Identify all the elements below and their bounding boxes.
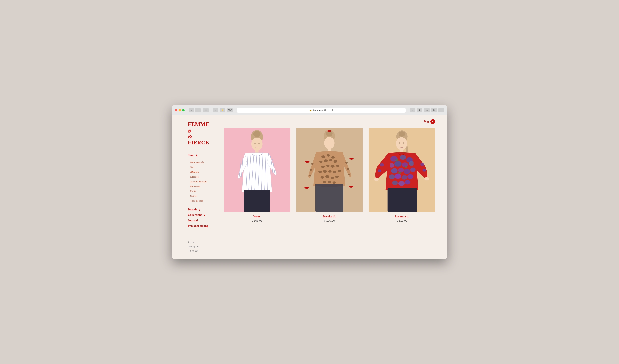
product-price-rosanna: € 119,00	[369, 219, 435, 222]
browser-window: ‹ › ▤ ↻ ⚡ ABP 🔒 femmeandfierce.nl ↻ ⬇ ⎋ …	[172, 105, 447, 259]
svg-point-46	[335, 176, 339, 178]
logo-line1: FEMME	[188, 121, 209, 127]
svg-point-60	[396, 137, 407, 150]
svg-point-2	[253, 131, 261, 137]
nav-blouses[interactable]: Blouses	[190, 170, 214, 174]
logo-lips-icon: 💋	[188, 130, 191, 133]
nav-brands[interactable]: Brands ∨	[188, 207, 214, 212]
svg-point-77	[392, 181, 398, 185]
logo-line2: & FIERCE	[188, 133, 209, 145]
share-icon[interactable]: ⎋	[424, 108, 430, 112]
nav-dresses[interactable]: Dresses	[190, 174, 214, 179]
nav-sale[interactable]: Sale	[190, 165, 214, 170]
product-info-rosanna: Rosanna b. € 119,00	[369, 212, 435, 222]
product-name-rosanna: Rosanna b.	[369, 215, 435, 218]
sidebar-toggle[interactable]: ▤	[203, 108, 209, 112]
page-content: FEMME 💋 & FIERCE Shop ∧ New arrivals Sal…	[172, 115, 447, 259]
product-card-rosanna[interactable]: Rosanna b. € 119,00	[369, 128, 435, 222]
svg-point-3	[252, 138, 263, 150]
svg-point-91	[403, 142, 404, 144]
personal-styling-label: Personal styling	[188, 224, 208, 228]
nav-tops-tees[interactable]: Tops & tees	[190, 198, 214, 203]
svg-point-28	[327, 154, 330, 157]
footer-instagram[interactable]: Instagram	[188, 244, 214, 249]
svg-point-30	[320, 161, 323, 163]
product-card-wray[interactable]: Wray € 109,95	[224, 128, 290, 222]
bag-button[interactable]: Bag 0	[424, 119, 435, 124]
svg-point-83	[380, 163, 384, 167]
nav-section: Shop ∧ New arrivals Sale Blouses Dresses…	[188, 154, 214, 236]
chevron-up-icon: ∧	[196, 154, 198, 157]
svg-point-73	[389, 174, 395, 179]
nav-skirts[interactable]: Skirts	[190, 194, 214, 198]
refresh-icon[interactable]: ↻	[212, 108, 218, 112]
sidebar: FEMME 💋 & FIERCE Shop ∧ New arrivals Sal…	[172, 115, 220, 259]
traffic-lights	[175, 109, 185, 112]
svg-point-25	[324, 137, 335, 149]
close-button[interactable]	[175, 109, 178, 112]
svg-point-35	[326, 165, 330, 167]
product-image-rosanna	[369, 128, 435, 212]
svg-point-82	[398, 172, 401, 174]
svg-point-59	[399, 131, 405, 137]
chevron-down-icon-2: ∨	[203, 213, 205, 217]
address-bar[interactable]: 🔒 femmeandfierce.nl	[237, 108, 406, 113]
svg-point-27	[322, 155, 325, 158]
back-button[interactable]: ‹	[189, 108, 194, 112]
product-card-brooke[interactable]: Brooke bl. € 100,00	[296, 128, 363, 222]
nav-jackets-coats[interactable]: Jackets & coats	[190, 179, 214, 184]
product-price-brooke: € 100,00	[296, 219, 363, 222]
svg-point-50	[311, 163, 314, 165]
svg-point-68	[408, 161, 414, 166]
svg-point-43	[321, 176, 324, 179]
nav-pants[interactable]: Pants	[190, 189, 214, 194]
nav-collections[interactable]: Collections ∨	[188, 212, 214, 218]
reload-button[interactable]: ↻	[410, 108, 415, 112]
svg-point-55	[348, 174, 350, 175]
svg-point-51	[310, 169, 312, 171]
nav-new-arrivals[interactable]: New arrivals	[190, 160, 214, 165]
tabs-icon[interactable]: ⧉	[431, 108, 437, 112]
footer-about[interactable]: About	[188, 240, 214, 244]
svg-point-44	[325, 175, 329, 178]
svg-rect-56	[315, 184, 343, 212]
forward-button[interactable]: ›	[195, 108, 201, 112]
svg-point-33	[334, 160, 337, 163]
svg-point-53	[345, 162, 348, 164]
adblock-icon[interactable]: ABP	[227, 108, 233, 112]
svg-point-21	[258, 142, 260, 144]
footer-pinterest[interactable]: Pinterest	[188, 249, 214, 253]
svg-rect-18	[247, 206, 254, 212]
new-tab-icon[interactable]: +	[438, 108, 444, 112]
nav-knitwear[interactable]: Knitwear	[190, 184, 214, 189]
svg-point-38	[319, 171, 322, 173]
logo[interactable]: FEMME 💋 & FIERCE	[188, 121, 214, 146]
svg-point-85	[374, 178, 379, 181]
svg-rect-19	[260, 206, 267, 212]
svg-point-47	[323, 181, 326, 183]
svg-point-31	[324, 159, 328, 162]
product-image-brooke	[296, 128, 363, 212]
svg-point-66	[394, 161, 401, 167]
svg-point-20	[254, 142, 256, 144]
minimize-button[interactable]	[179, 109, 181, 112]
maximize-button[interactable]	[182, 109, 185, 112]
product-name-brooke: Brooke bl.	[296, 215, 363, 218]
svg-point-86	[420, 163, 424, 166]
svg-point-45	[331, 177, 334, 179]
nav-personal-styling[interactable]: Personal styling	[188, 223, 214, 229]
svg-point-81	[404, 166, 407, 168]
nav-journal[interactable]: Journal	[188, 218, 214, 223]
shop-toggle[interactable]: Shop ∧	[188, 154, 214, 157]
svg-rect-89	[387, 188, 417, 212]
svg-point-48	[328, 181, 331, 183]
download-icon[interactable]: ⬇	[417, 108, 422, 112]
svg-point-69	[391, 168, 397, 173]
svg-point-39	[323, 170, 327, 173]
browser-chrome: ‹ › ▤ ↻ ⚡ ABP 🔒 femmeandfierce.nl ↻ ⬇ ⎋ …	[172, 105, 447, 115]
product-info-wray: Wray € 109,95	[224, 212, 290, 222]
svg-point-71	[403, 169, 410, 174]
extensions-icon[interactable]: ⚡	[220, 108, 225, 112]
product-price-wray: € 109,95	[224, 219, 290, 222]
svg-point-32	[329, 159, 332, 161]
